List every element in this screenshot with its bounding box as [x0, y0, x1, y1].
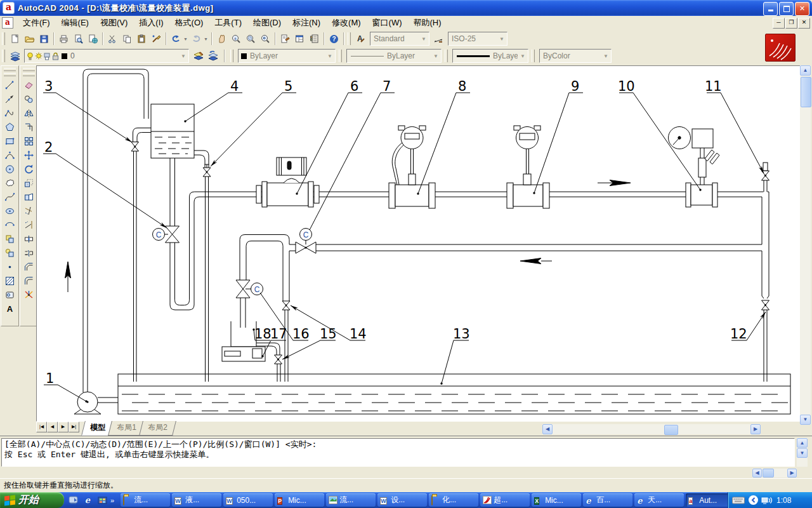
hatch-button[interactable]	[3, 274, 18, 288]
toolbar-grip[interactable]	[532, 50, 535, 62]
tab-last-button[interactable]: ▶|	[69, 422, 79, 432]
copy-object-button[interactable]	[22, 92, 37, 106]
save-button[interactable]	[37, 32, 51, 46]
plotstyle-combobox[interactable]: ByColor ▼	[539, 49, 612, 63]
rotate-button[interactable]	[22, 162, 37, 176]
maximize-button[interactable]	[779, 2, 794, 16]
draw-xline-button[interactable]	[3, 92, 18, 106]
menu-help[interactable]: 帮助(H)	[408, 15, 447, 30]
draw-polygon-button[interactable]	[3, 120, 18, 134]
draw-ellipse-button[interactable]	[3, 204, 18, 218]
print-preview-button[interactable]	[71, 32, 86, 46]
layers-button[interactable]	[8, 49, 22, 64]
undo-dropdown[interactable]: ▼	[183, 32, 189, 46]
text-button[interactable]: A	[3, 302, 18, 316]
draw-rectangle-button[interactable]	[3, 134, 18, 148]
minimize-button[interactable]	[763, 2, 778, 16]
close-button[interactable]: ✕	[795, 2, 809, 16]
cut-button[interactable]	[105, 32, 120, 46]
copy-button[interactable]	[120, 32, 134, 46]
chevron-down-icon[interactable]: ▼	[325, 53, 335, 59]
zoom-realtime-button[interactable]: ±	[229, 32, 244, 46]
extend-button[interactable]	[22, 218, 37, 232]
undo-button[interactable]	[169, 32, 183, 46]
open-button[interactable]	[22, 32, 37, 46]
break-at-point-button[interactable]	[22, 232, 37, 246]
draw-arc-button[interactable]	[3, 148, 18, 162]
command-history[interactable]: [全部(A)/中心点(C)/动态(D)/范围(E)/上一个(P)/比例(S)/窗…	[1, 438, 795, 467]
chevron-down-icon[interactable]: ▼	[601, 53, 611, 59]
scroll-up-button[interactable]: ▲	[797, 438, 808, 448]
draw-polyline-button[interactable]	[3, 106, 18, 120]
menu-format[interactable]: 格式(O)	[169, 15, 209, 30]
canvas-horizontal-scrollbar[interactable]: ◀ ▶	[542, 424, 761, 434]
draw-ellipse-arc-button[interactable]	[3, 218, 18, 232]
mdi-restore-button[interactable]: ❐	[785, 18, 797, 29]
scale-button[interactable]	[22, 176, 37, 190]
tool-palettes-button[interactable]	[307, 32, 322, 46]
region-button[interactable]	[3, 288, 18, 302]
scroll-left-button[interactable]: ◀	[542, 424, 553, 434]
taskbar-button-folder[interactable]: 化...	[429, 493, 478, 507]
zoom-previous-button[interactable]	[258, 32, 273, 46]
menu-draw[interactable]: 绘图(D)	[247, 15, 287, 30]
redo-button[interactable]	[189, 32, 204, 46]
taskbar-button-ie[interactable]: e百...	[583, 493, 632, 507]
internet-explorer-icon[interactable]: e	[82, 495, 93, 506]
mirror-button[interactable]	[22, 106, 37, 120]
media-player-icon[interactable]	[96, 495, 108, 506]
horizontal-scroll-thumb[interactable]	[664, 425, 678, 435]
insert-block-button[interactable]	[3, 232, 18, 246]
pan-button[interactable]	[214, 32, 229, 46]
trim-button[interactable]	[22, 204, 37, 218]
toolbar-grip[interactable]	[339, 50, 342, 62]
tab-prev-button[interactable]: ◀	[47, 422, 58, 432]
scroll-down-button[interactable]: ▼	[800, 415, 811, 425]
taskbar-button-excel[interactable]: XMic...	[532, 493, 581, 507]
dim-style-icon[interactable]	[431, 32, 446, 46]
menu-view[interactable]: 视图(V)	[95, 15, 133, 30]
draw-revcloud-button[interactable]	[3, 176, 18, 190]
layer-combobox[interactable]: 0 ▼	[24, 49, 189, 63]
move-button[interactable]	[22, 148, 37, 162]
taskbar-button-word[interactable]: W液...	[172, 493, 221, 507]
stretch-button[interactable]	[22, 190, 37, 204]
match-properties-button[interactable]	[149, 32, 164, 46]
break-button[interactable]	[22, 246, 37, 260]
menu-dimension[interactable]: 标注(N)	[287, 15, 326, 30]
designcenter-button[interactable]	[292, 32, 307, 46]
vertical-scroll-thumb[interactable]	[801, 77, 811, 107]
redo-dropdown[interactable]: ▼	[204, 32, 209, 46]
command-vertical-scrollbar[interactable]: ▲ ▼	[797, 438, 808, 467]
taskbar-button-ie[interactable]: e天...	[634, 493, 684, 507]
chamfer-button[interactable]	[22, 260, 37, 274]
chevron-down-icon[interactable]: ▼	[497, 36, 507, 42]
scroll-left-button[interactable]: ◀	[752, 469, 762, 478]
dim-style-combobox[interactable]: ISO-25 ▼	[448, 32, 508, 46]
quick-launch-overflow-chevron[interactable]: »	[110, 497, 114, 504]
command-window[interactable]: [全部(A)/中心点(C)/动态(D)/范围(E)/上一个(P)/比例(S)/窗…	[0, 436, 812, 479]
keyboard-icon[interactable]	[732, 496, 745, 505]
taskbar-button-word[interactable]: W050...	[223, 493, 273, 507]
toolbar-grip[interactable]	[2, 32, 5, 45]
linetype-combobox[interactable]: ByLayer ▼	[346, 49, 442, 63]
horizontal-scroll-thumb[interactable]	[763, 469, 774, 478]
mdi-close-button[interactable]: ✕	[798, 18, 810, 29]
tab-first-button[interactable]: |◀	[36, 422, 47, 432]
clock[interactable]: 1:08	[776, 496, 791, 505]
toolbar-grip[interactable]	[230, 50, 233, 62]
tab-next-button[interactable]: ▶	[58, 422, 69, 432]
paste-button[interactable]	[134, 32, 149, 46]
scroll-right-button[interactable]: ▶	[787, 469, 797, 478]
properties-button[interactable]	[278, 32, 292, 46]
color-combobox[interactable]: ByLayer ▼	[238, 49, 336, 63]
toolbar-grip[interactable]	[2, 50, 5, 62]
drawing-canvas[interactable]: C C C	[36, 65, 801, 422]
taskbar-button-ssreader[interactable]: 超...	[480, 493, 530, 507]
chevron-down-icon[interactable]: ▼	[431, 53, 441, 59]
lineweight-combobox[interactable]: ByLayer ▼	[452, 49, 528, 63]
publish-button[interactable]	[86, 32, 100, 46]
help-button[interactable]: ?	[327, 32, 341, 46]
text-style-combobox[interactable]: Standard ▼	[370, 32, 429, 46]
taskbar-button-word[interactable]: W设...	[377, 493, 427, 507]
